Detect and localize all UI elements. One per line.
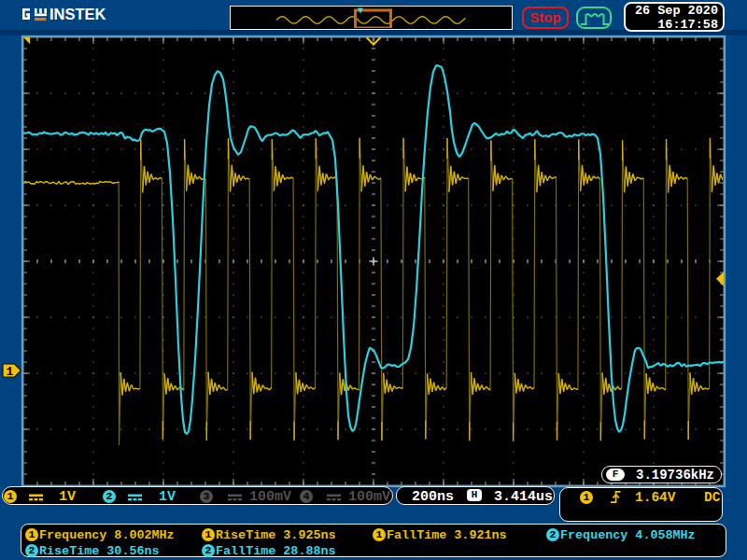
- svg-text:1: 1: [7, 365, 14, 379]
